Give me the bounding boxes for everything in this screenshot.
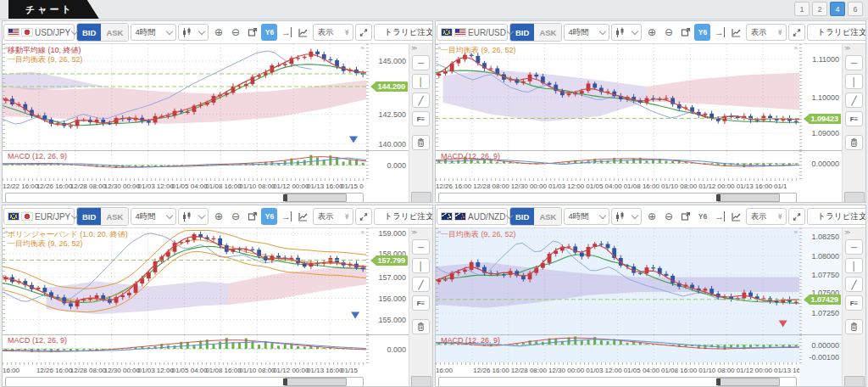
zoom-in-button[interactable]: ⊕ <box>210 208 226 225</box>
price-axis[interactable]: 1.082501.080001.077501.075001.072501.074… <box>799 228 842 334</box>
y-axis-button[interactable]: Y6 <box>694 24 710 41</box>
symbol-selector[interactable]: EUR/JPY <box>3 208 75 225</box>
scrollbar-track[interactable] <box>5 193 364 203</box>
collapse-right-icon[interactable]: » <box>794 44 798 52</box>
display-button[interactable]: 表示 ≫ <box>313 208 353 225</box>
screenshot-button[interactable] <box>244 208 260 225</box>
zoom-out-button[interactable]: ⊖ <box>227 24 243 41</box>
layout-button-6[interactable]: 6 <box>848 2 863 16</box>
scrollbar-handle[interactable] <box>717 378 780 386</box>
macd-axis[interactable]: 0.00000 <box>799 150 842 179</box>
ask-button[interactable]: ASK <box>101 208 128 225</box>
display-button[interactable]: 表示 ≫ <box>746 24 787 41</box>
order-button[interactable]: トラリピ注文 <box>807 24 865 41</box>
scrollbar-grip[interactable] <box>283 379 287 385</box>
vertical-line-tool-button[interactable]: │ <box>412 258 430 273</box>
go-to-latest-button[interactable]: → <box>711 208 727 225</box>
chart-type-selector[interactable] <box>178 208 209 225</box>
vertical-line-tool-button[interactable]: │ <box>412 74 430 89</box>
horizontal-line-tool-button[interactable]: ─ <box>412 239 430 255</box>
y-axis-button[interactable]: Y6 <box>694 208 710 225</box>
collapse-toolbar-icon[interactable]: ≫ <box>411 229 417 236</box>
macd-chart[interactable]: MACD (12, 26, 9) <box>3 334 366 362</box>
timeframe-selector[interactable]: 4時間 <box>564 24 609 41</box>
scrollbar-track[interactable] <box>438 377 797 387</box>
price-chart[interactable]: » » ボリンジャーバンド (1.0, 20, 終値)一目均衡表 (9, 26,… <box>3 228 366 334</box>
timeframe-selector[interactable]: 4時間 <box>564 208 609 225</box>
horizontal-line-tool-button[interactable]: ─ <box>845 239 863 255</box>
macd-chart[interactable]: MACD (12, 26, 9) <box>436 334 799 362</box>
layout-button-1[interactable]: 1 <box>794 2 810 16</box>
scrollbar-grip[interactable] <box>283 194 287 201</box>
screenshot-button[interactable] <box>244 24 260 41</box>
collapse-toolbar-icon[interactable]: ≫ <box>844 45 850 52</box>
macd-axis[interactable]: 0.000 <box>366 150 409 179</box>
symbol-selector[interactable]: USD/JPY <box>3 24 75 41</box>
collapse-right-icon[interactable]: » <box>361 228 364 236</box>
price-chart[interactable]: » » 一目均衡表 (9, 26, 52) <box>436 228 799 334</box>
trend-line-tool-button[interactable]: ╱ <box>412 277 430 292</box>
chart-settings-button[interactable] <box>728 24 744 41</box>
screenshot-button[interactable] <box>677 24 693 41</box>
timeframe-selector[interactable]: 4時間 <box>131 24 176 41</box>
go-to-latest-button[interactable]: → <box>278 24 294 41</box>
timeframe-selector[interactable]: 4時間 <box>131 208 176 225</box>
fullscreen-button[interactable] <box>355 24 372 41</box>
order-button[interactable]: トラリピ注文 <box>807 208 865 225</box>
go-to-latest-button[interactable]: → <box>711 24 727 41</box>
zoom-in-button[interactable]: ⊕ <box>210 24 226 41</box>
screenshot-button[interactable] <box>677 208 693 225</box>
chart-settings-button[interactable] <box>295 24 311 41</box>
price-axis[interactable]: 1.110001.100001.090001.09423 <box>799 44 842 150</box>
bid-button[interactable]: BID <box>77 208 101 225</box>
tab-chart[interactable]: チャート <box>8 0 99 19</box>
zoom-in-button[interactable]: ⊕ <box>643 24 659 41</box>
scrollbar-track[interactable] <box>5 377 364 387</box>
display-button[interactable]: 表示 ≫ <box>746 208 787 225</box>
chart-type-selector[interactable] <box>611 208 642 225</box>
trend-line-tool-button[interactable]: ╱ <box>845 93 863 108</box>
collapse-toolbar-icon[interactable]: ≫ <box>844 229 850 236</box>
y-axis-button[interactable]: Y6 <box>261 208 277 225</box>
trend-line-tool-button[interactable]: ╱ <box>412 93 430 108</box>
fullscreen-button[interactable] <box>355 208 372 225</box>
zoom-out-button[interactable]: ⊖ <box>660 208 676 225</box>
fibonacci-tool-button[interactable]: F≡ <box>412 295 430 311</box>
fullscreen-button[interactable] <box>788 208 805 225</box>
order-button[interactable]: トラリピ注文 <box>374 24 432 41</box>
scrollbar-track[interactable] <box>438 193 797 203</box>
go-to-latest-button[interactable]: → <box>278 208 294 225</box>
zoom-out-button[interactable]: ⊖ <box>660 24 676 41</box>
price-axis[interactable]: 159.000158.000157.000156.000155.000157.7… <box>366 228 409 334</box>
order-button[interactable]: トラリピ注文 <box>374 208 432 225</box>
price-chart[interactable]: » » 移動平均線 (10, 終値)一目均衡表 (9, 26, 52) <box>3 44 366 150</box>
chart-settings-button[interactable] <box>728 208 744 225</box>
delete-drawings-button[interactable] <box>412 319 430 334</box>
symbol-selector[interactable]: AUD/NZD <box>437 208 508 225</box>
scrollbar-grip[interactable] <box>716 194 721 201</box>
scrollbar-handle[interactable] <box>717 194 780 202</box>
collapse-right-icon[interactable]: » <box>794 228 798 236</box>
trend-line-tool-button[interactable]: ╱ <box>845 277 863 292</box>
fibonacci-tool-button[interactable]: F≡ <box>845 295 863 311</box>
collapse-right-icon[interactable]: » <box>361 44 364 52</box>
vertical-line-tool-button[interactable]: │ <box>845 74 863 89</box>
scrollbar-handle[interactable] <box>284 194 347 202</box>
macd-chart[interactable]: MACD (12, 26, 9) <box>3 150 366 178</box>
delete-drawings-button[interactable] <box>845 319 863 334</box>
zoom-out-button[interactable]: ⊖ <box>227 208 243 225</box>
price-axis[interactable]: 145.000142.500140.000144.200 <box>366 44 409 150</box>
layout-button-2[interactable]: 2 <box>812 2 827 16</box>
macd-chart[interactable]: MACD (12, 26, 9) <box>436 150 799 178</box>
chart-type-selector[interactable] <box>611 24 642 41</box>
symbol-selector[interactable]: EUR/USD <box>437 24 508 41</box>
horizontal-line-tool-button[interactable]: ─ <box>845 55 863 70</box>
chart-type-selector[interactable] <box>178 24 209 41</box>
zoom-in-button[interactable]: ⊕ <box>643 208 659 225</box>
price-chart[interactable]: » » 一目均衡表 (9, 26, 52) <box>436 44 799 150</box>
fibonacci-tool-button[interactable]: F≡ <box>845 111 863 126</box>
y-axis-button[interactable]: Y6 <box>261 24 277 41</box>
ask-button[interactable]: ASK <box>534 208 561 225</box>
macd-axis[interactable]: 0.00000-0.00100 <box>799 334 842 363</box>
layout-button-4[interactable]: 4 <box>830 2 845 16</box>
